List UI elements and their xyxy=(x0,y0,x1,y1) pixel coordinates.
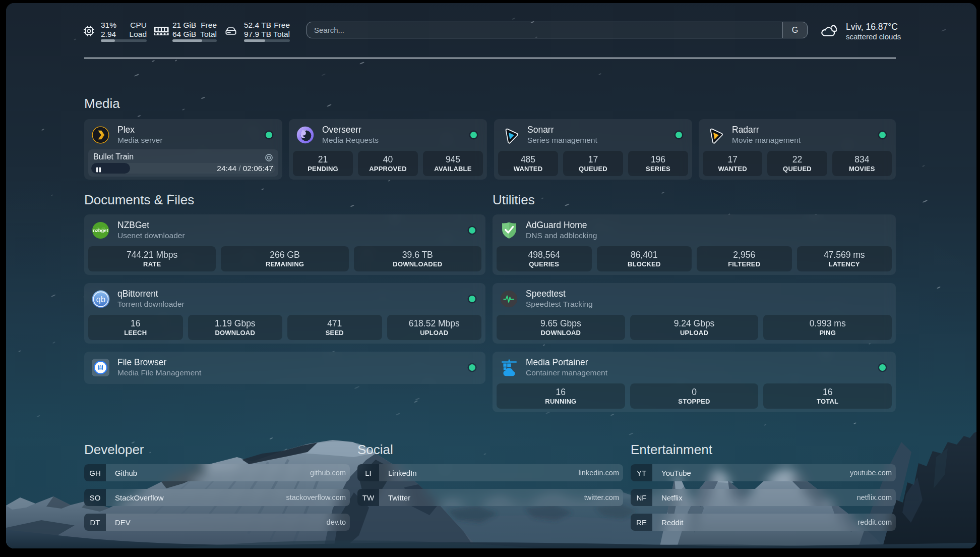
svg-text:qb: qb xyxy=(96,295,105,304)
svg-text:nzbget: nzbget xyxy=(93,228,108,233)
